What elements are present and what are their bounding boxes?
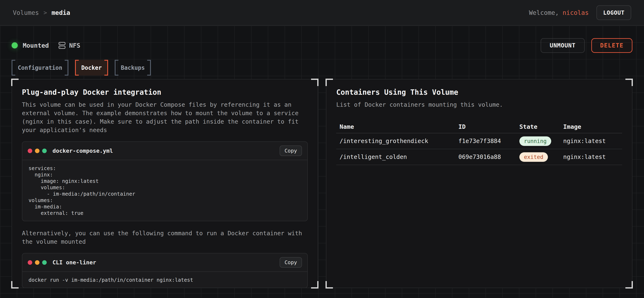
traffic-light-dots [28,260,47,265]
breadcrumb: Volumes > media [13,9,70,16]
breadcrumb-current-volume: media [52,9,70,16]
docker-integration-panel: Plug-and-play Docker integration This vo… [12,79,318,288]
table-row: /interesting_grothendieck f1e73e7f3884 r… [336,133,622,149]
table-header-row: Name ID State Image [336,121,622,133]
tab-label: Backups [121,64,145,71]
unmount-button[interactable]: UNMOUNT [541,38,585,53]
panel-corner-icon [311,281,318,289]
breadcrumb-separator-icon: > [44,9,47,16]
panel-corner-icon [11,79,18,86]
copy-compose-button[interactable]: Copy [280,146,302,156]
panel-corner-icon [311,79,318,86]
username: nicolas [562,9,588,16]
tab-bar: Configuration Docker Backups [12,60,632,76]
panel-title: Plug-and-play Docker integration [22,88,308,96]
cli-code-block: CLI one-liner Copy docker run -v im-medi… [22,253,308,288]
containers-table: Name ID State Image /interesting_grothen… [336,121,622,165]
tab-configuration[interactable]: Configuration [12,60,68,76]
code-block-header: CLI one-liner Copy [22,253,307,272]
state-badge: exited [519,152,548,162]
tab-label: Configuration [18,64,62,71]
panel-description: This volume can be used in your Docker C… [22,101,308,134]
cli-intro-text: Alternatively, you can use the following… [22,229,308,246]
status-row: Mounted NFS UNMOUNT DELETE [12,39,632,52]
compose-code: services: nginx: image: nginx:latest vol… [22,160,307,221]
container-name: /intelligent_colden [340,153,458,160]
column-header-id: ID [458,123,519,130]
tab-bracket-right [147,60,151,76]
container-image: nginx:latest [563,153,622,160]
mounted-status-label: Mounted [23,42,49,49]
panel-corner-icon [11,281,18,289]
red-dot-icon [28,149,32,153]
amber-dot-icon [35,260,40,265]
logout-button[interactable]: LOGOUT [596,5,631,20]
green-dot-icon [42,260,47,265]
container-id: f1e73e7f3884 [458,138,519,145]
delete-button[interactable]: DELETE [591,38,632,53]
panel-corner-icon [626,79,633,86]
tab-bracket-left [12,60,15,76]
top-bar-right: Welcome, nicolas LOGOUT [529,5,631,20]
tab-docker[interactable]: Docker [75,60,108,76]
welcome-text: Welcome, nicolas [529,9,588,16]
panel-subtitle: List of Docker containers mounting this … [336,101,622,109]
tab-bracket-right [65,60,68,76]
container-image: nginx:latest [563,138,622,145]
driver-label: NFS [69,42,80,49]
tab-bracket-left [115,60,118,76]
compose-code-block: docker-compose.yml Copy services: nginx:… [22,141,308,221]
tab-bracket-left [75,60,79,76]
mounted-status-dot-icon [12,42,18,48]
panel-title: Containers Using This Volume [336,88,622,96]
panel-container: Plug-and-play Docker integration This vo… [12,79,632,288]
top-bar: Volumes > media Welcome, nicolas LOGOUT [0,0,644,26]
volume-status: Mounted NFS [12,42,80,49]
code-block-filename: docker-compose.yml [52,148,113,154]
container-id: 069e73016a88 [458,153,519,160]
welcome-prefix: Welcome, [529,9,559,16]
driver-group: NFS [58,42,80,49]
red-dot-icon [28,260,32,265]
containers-panel: Containers Using This Volume List of Doc… [326,79,632,288]
traffic-light-dots [28,149,47,153]
panel-corner-icon [626,281,633,289]
column-header-name: Name [340,123,458,130]
amber-dot-icon [35,149,40,153]
panel-corner-icon [326,281,333,289]
breadcrumb-volumes-link[interactable]: Volumes [13,9,39,16]
panel-corner-icon [326,79,333,86]
container-name: /interesting_grothendieck [340,138,458,145]
column-header-state: State [519,123,563,130]
copy-cli-button[interactable]: Copy [280,257,302,268]
state-badge: running [519,137,551,146]
server-icon [58,42,66,49]
main-area: Mounted NFS UNMOUNT DELETE Configuration [0,26,644,298]
tab-label: Docker [81,64,102,71]
cli-code: docker run -v im-media:/path/in/containe… [22,272,307,288]
tab-bracket-right [104,60,108,76]
table-row: /intelligent_colden 069e73016a88 exited … [336,149,622,165]
tab-backups[interactable]: Backups [115,60,151,76]
volume-actions: UNMOUNT DELETE [541,38,632,53]
code-block-header: docker-compose.yml Copy [22,142,307,160]
column-header-image: Image [563,123,622,130]
green-dot-icon [42,149,47,153]
code-block-filename: CLI one-liner [52,259,96,266]
